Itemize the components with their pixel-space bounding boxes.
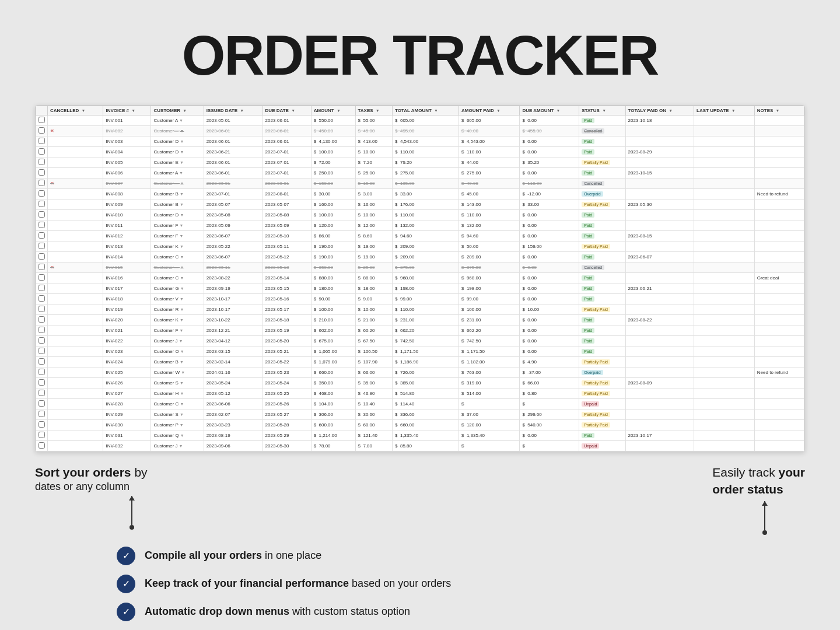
- row-checkbox[interactable]: [36, 126, 48, 136]
- row-checkbox[interactable]: [36, 336, 48, 346]
- row-checkbox[interactable]: [36, 262, 48, 273]
- row-status: Partially Paid: [579, 304, 625, 315]
- row-checkbox[interactable]: [36, 304, 48, 315]
- row-checkbox[interactable]: [36, 357, 48, 368]
- feature-item-1: ✓ Compile all your orders in one place: [117, 547, 723, 565]
- row-status: Paid: [579, 252, 625, 262]
- row-checkbox[interactable]: [36, 346, 48, 357]
- row-notes: Need to refund: [754, 189, 804, 200]
- row-taxes: $ 9.00: [355, 294, 393, 304]
- col-customer[interactable]: CUSTOMER ▼: [151, 106, 204, 116]
- row-customer: Customer J ▼: [151, 441, 204, 452]
- row-checkbox[interactable]: [36, 231, 48, 242]
- col-amount[interactable]: AMOUNT ▼: [311, 106, 355, 116]
- row-total-paid-on: [625, 273, 694, 284]
- row-amount: $ 450.00: [311, 126, 355, 136]
- col-invoice[interactable]: INVOICE # ▼: [103, 106, 151, 116]
- row-last-update: [694, 368, 755, 378]
- row-invoice: INV-009: [103, 200, 151, 210]
- table-row: INV-016 Customer C ▼ 2023-08-22 2023-05-…: [36, 273, 804, 284]
- row-due-amount: $ 0.00: [520, 220, 579, 231]
- row-checkbox[interactable]: [36, 178, 48, 189]
- row-status: Paid: [579, 294, 625, 304]
- row-checkbox[interactable]: [36, 284, 48, 294]
- row-invoice: INV-022: [103, 336, 151, 346]
- row-issued: 2023-08-19: [204, 430, 262, 441]
- row-checkbox[interactable]: [36, 315, 48, 326]
- row-status: Cancelled: [579, 178, 625, 189]
- col-issued[interactable]: ISSUED DATE ▼: [204, 106, 262, 116]
- col-notes[interactable]: NOTES ▼: [754, 106, 804, 116]
- row-checkbox[interactable]: [36, 200, 48, 210]
- table-row: INV-014 Customer C ▼ 2023-06-07 2023-05-…: [36, 252, 804, 262]
- row-total: $ 514.80: [393, 388, 459, 399]
- row-invoice: INV-006: [103, 168, 151, 178]
- table-row: INV-017 Customer G ▼ 2023-09-19 2023-05-…: [36, 284, 804, 294]
- row-total-paid-on: [625, 410, 694, 420]
- row-taxes: $ 106.50: [355, 346, 393, 357]
- spreadsheet-container: CANCELLED ▼ INVOICE # ▼ CUSTOMER ▼ ISSUE…: [35, 105, 805, 452]
- row-checkbox[interactable]: [36, 189, 48, 200]
- row-checkbox[interactable]: [36, 116, 48, 126]
- row-checkbox[interactable]: [36, 294, 48, 304]
- row-total: $ 85.80: [393, 441, 459, 452]
- row-notes: [754, 210, 804, 220]
- row-checkbox[interactable]: [36, 430, 48, 441]
- row-due: 2023-06-01: [262, 136, 311, 147]
- col-due-amount[interactable]: DUE AMOUNT ▼: [520, 106, 579, 116]
- row-status: Cancelled: [579, 126, 625, 136]
- row-customer: Customer G ▼: [151, 284, 204, 294]
- row-checkbox[interactable]: [36, 368, 48, 378]
- row-due-amount: $ 35.20: [520, 158, 579, 168]
- row-due: 2023-05-22: [262, 357, 311, 368]
- row-issued: 2023-05-12: [204, 388, 262, 399]
- row-notes: [754, 116, 804, 126]
- row-due: 2023-05-24: [262, 378, 311, 388]
- row-due-amount: $ -37.00: [520, 368, 579, 378]
- row-checkbox[interactable]: [36, 388, 48, 399]
- row-amount: $ 180.00: [311, 284, 355, 294]
- row-due: 2023-06-01: [262, 178, 311, 189]
- row-checkbox[interactable]: [36, 220, 48, 231]
- row-checkbox[interactable]: [36, 210, 48, 220]
- row-notes: [754, 430, 804, 441]
- row-checkbox[interactable]: [36, 158, 48, 168]
- row-checkbox[interactable]: [36, 242, 48, 252]
- row-issued: 2023-06-21: [204, 147, 262, 158]
- table-row: ✕ INV-007 Customer— ▼ 2023-06-01 2023-06…: [36, 178, 804, 189]
- table-header-row: CANCELLED ▼ INVOICE # ▼ CUSTOMER ▼ ISSUE…: [36, 106, 804, 116]
- col-taxes[interactable]: TAXES ▼: [355, 106, 393, 116]
- row-taxes: $ 46.80: [355, 388, 393, 399]
- row-notes: [754, 126, 804, 136]
- row-checkbox[interactable]: [36, 147, 48, 158]
- row-checkbox[interactable]: [36, 136, 48, 147]
- row-amount: $ 30.00: [311, 189, 355, 200]
- col-cancelled[interactable]: CANCELLED ▼: [48, 106, 103, 116]
- row-checkbox[interactable]: [36, 252, 48, 262]
- row-checkbox[interactable]: [36, 273, 48, 284]
- col-due[interactable]: DUE DATE ▼: [262, 106, 311, 116]
- row-cancelled: [48, 326, 103, 336]
- col-last-update[interactable]: LAST UPDATE ▼: [694, 106, 755, 116]
- row-checkbox[interactable]: [36, 441, 48, 452]
- row-taxes: $ 10.40: [355, 399, 393, 410]
- row-amount: $ 100.00: [311, 304, 355, 315]
- col-total-paid[interactable]: TOTALY PAID ON ▼: [625, 106, 694, 116]
- row-last-update: [694, 178, 755, 189]
- row-checkbox[interactable]: [36, 399, 48, 410]
- row-last-update: [694, 336, 755, 346]
- row-customer: Customer S ▼: [151, 378, 204, 388]
- row-checkbox[interactable]: [36, 378, 48, 388]
- row-checkbox[interactable]: [36, 410, 48, 420]
- row-checkbox[interactable]: [36, 168, 48, 178]
- col-amount-paid[interactable]: AMOUNT PAID ▼: [459, 106, 519, 116]
- row-notes: [754, 242, 804, 252]
- col-total[interactable]: TOTAL AMOUNT ▼: [393, 106, 459, 116]
- row-checkbox[interactable]: [36, 420, 48, 430]
- row-last-update: [694, 304, 755, 315]
- row-due: 2023-08-01: [262, 189, 311, 200]
- row-checkbox[interactable]: [36, 326, 48, 336]
- row-status: Partially Paid: [579, 242, 625, 252]
- col-status[interactable]: STATUS ▼: [579, 106, 625, 116]
- header: ORDER TRACKER: [0, 0, 840, 99]
